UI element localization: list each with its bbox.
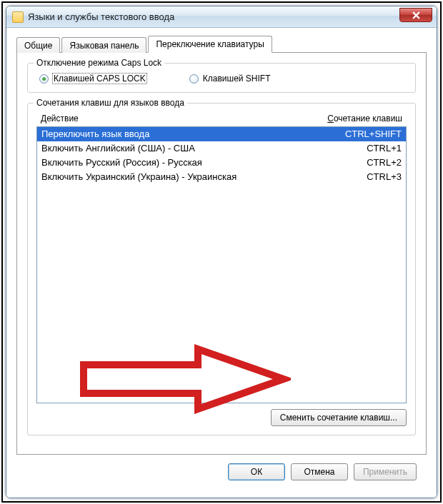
table-row[interactable]: Включить Украинский (Украина) - Украинск… [37, 170, 406, 184]
col-action-header: Действие [41, 114, 295, 124]
radio-icon [39, 74, 49, 84]
titlebar[interactable]: Языки и службы текстового ввода [6, 6, 437, 28]
dialog-window: Языки и службы текстового ввода Общие Яз… [6, 6, 437, 498]
table-row[interactable]: Включить Русский (Россия) - РусскаяCTRL+… [37, 156, 406, 170]
row-action: Включить Английский (США) - США [41, 142, 316, 155]
list-headers: Действие Сочетание клавиш [36, 114, 407, 126]
client-area: Общие Языковая панель Переключение клави… [6, 28, 437, 498]
app-icon [12, 11, 24, 23]
hotkey-listbox[interactable]: Переключить язык вводаCTRL+SHIFTВключить… [36, 126, 407, 403]
change-hotkey-button[interactable]: Сменить сочетание клавиш... [271, 409, 407, 426]
window-title: Языки и службы текстового ввода [28, 11, 174, 22]
row-hotkey: CTRL+2 [316, 156, 402, 169]
tab-language-bar[interactable]: Языковая панель [61, 37, 146, 53]
radio-icon [189, 74, 199, 84]
row-action: Переключить язык ввода [41, 128, 316, 141]
row-hotkey: CTRL+SHIFT [316, 128, 402, 141]
dialog-footer: ОК Отмена Применить [16, 455, 427, 490]
tab-body: Отключение режима Caps Lock Клавишей CAP… [16, 52, 427, 455]
capslock-group-title: Отключение режима Caps Lock [34, 58, 164, 68]
tabstrip: Общие Языковая панель Переключение клави… [16, 35, 427, 52]
row-hotkey: CTRL+3 [316, 171, 402, 183]
row-action: Включить Украинский (Украина) - Украинск… [41, 171, 316, 183]
row-hotkey: CTRL+1 [316, 142, 402, 155]
col-key-header: Сочетание клавиш [295, 114, 402, 124]
tab-general[interactable]: Общие [16, 37, 60, 53]
hotkeys-group: Сочетания клавиш для языков ввода Действ… [27, 103, 416, 435]
radio-shift-label: Клавишей SHIFT [203, 74, 271, 84]
ok-button[interactable]: ОК [228, 463, 285, 480]
close-icon [412, 11, 420, 19]
tab-keyboard-switch[interactable]: Переключение клавиатуры [148, 36, 272, 53]
apply-button: Применить [354, 463, 417, 480]
close-button[interactable] [399, 8, 432, 22]
table-row[interactable]: Переключить язык вводаCTRL+SHIFT [37, 127, 406, 141]
row-action: Включить Русский (Россия) - Русская [41, 156, 316, 169]
radio-shift[interactable]: Клавишей SHIFT [189, 74, 271, 84]
hotkeys-group-title: Сочетания клавиш для языков ввода [34, 98, 187, 108]
radio-capslock[interactable]: Клавишей CAPS LOCK [39, 74, 146, 84]
radio-capslock-label: Клавишей CAPS LOCK [53, 74, 146, 84]
capslock-group: Отключение режима Caps Lock Клавишей CAP… [27, 63, 416, 93]
cancel-button[interactable]: Отмена [291, 463, 348, 480]
table-row[interactable]: Включить Английский (США) - СШАCTRL+1 [37, 141, 406, 156]
